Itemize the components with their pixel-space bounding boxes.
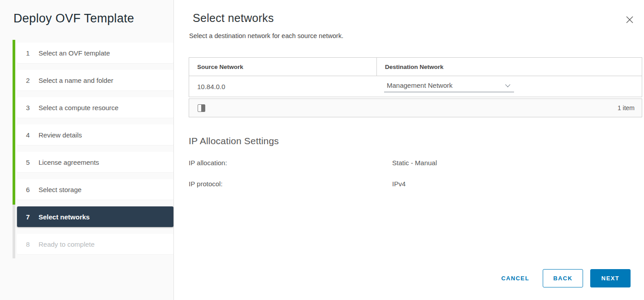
column-header-destination-network: Destination Network [377, 64, 444, 70]
step-number: 2 [26, 77, 32, 84]
wizard-title: Deploy OVF Template [13, 12, 134, 26]
step-license-agreements[interactable]: 5 License agreements [17, 152, 173, 172]
back-button[interactable]: BACK [543, 269, 583, 287]
next-button[interactable]: NEXT [590, 269, 631, 287]
item-count: 1 item [618, 104, 635, 111]
table-footer: 1 item [189, 99, 642, 117]
chevron-down-icon [505, 82, 510, 87]
table-row: 10.84.0.0 Management Network [189, 76, 642, 97]
step-number: 6 [26, 186, 32, 193]
ip-protocol-value: IPv4 [392, 180, 406, 188]
ip-allocation-label: IP allocation: [189, 159, 227, 167]
destination-network-select[interactable]: Management Network [384, 81, 514, 92]
step-select-networks-active[interactable]: 7 Select networks [17, 206, 173, 227]
step-label: Review details [39, 131, 82, 139]
step-label: Select a name and folder [39, 77, 113, 84]
selected-network-value: Management Network [387, 81, 453, 89]
ip-allocation-heading: IP Allocation Settings [189, 136, 279, 146]
step-number: 4 [26, 131, 32, 139]
step-number: 5 [26, 159, 32, 166]
step-number: 8 [26, 240, 32, 248]
column-toggle-icon[interactable] [198, 104, 205, 112]
step-select-compute-resource[interactable]: 3 Select a compute resource [17, 97, 173, 118]
progress-track-completed [13, 40, 15, 205]
step-label: Select networks [39, 213, 90, 221]
step-ready-to-complete: 8 Ready to complete [17, 234, 173, 254]
step-label: License agreements [39, 159, 99, 166]
page-title: Select networks [193, 12, 274, 25]
step-label: Ready to complete [39, 240, 95, 248]
ip-allocation-value: Static - Manual [392, 159, 437, 167]
wizard-button-bar: CANCEL BACK NEXT [495, 269, 631, 287]
source-network-cell: 10.84.0.0 [189, 83, 377, 90]
step-select-ovf-template[interactable]: 1 Select an OVF template [17, 43, 173, 63]
destination-network-cell: Management Network [377, 81, 514, 92]
cancel-button[interactable]: CANCEL [495, 269, 536, 287]
table-header-row: Source Network Destination Network [189, 58, 642, 76]
progress-track-remaining [13, 205, 15, 258]
step-label: Select an OVF template [39, 49, 110, 57]
close-icon[interactable] [624, 14, 635, 25]
step-number: 7 [26, 213, 32, 221]
wizard-steps: 1 Select an OVF template 2 Select a name… [17, 43, 173, 261]
page-subtitle: Select a destination network for each so… [189, 32, 343, 39]
ip-allocation-row: IP allocation: Static - Manual [189, 159, 227, 167]
ip-protocol-row: IP protocol: IPv4 [189, 180, 223, 188]
wizard-sidebar: Deploy OVF Template 1 Select an OVF temp… [0, 0, 174, 300]
network-mapping-table: Source Network Destination Network 10.84… [189, 57, 642, 117]
ip-protocol-label: IP protocol: [189, 180, 223, 188]
step-review-details[interactable]: 4 Review details [17, 124, 173, 145]
step-number: 3 [26, 104, 32, 111]
step-number: 1 [26, 49, 32, 57]
step-label: Select storage [39, 186, 82, 193]
column-header-source-network: Source Network [189, 58, 377, 76]
step-label: Select a compute resource [39, 104, 118, 111]
step-select-name-folder[interactable]: 2 Select a name and folder [17, 70, 173, 90]
step-select-storage[interactable]: 6 Select storage [17, 179, 173, 200]
wizard-content-pane: Select networks Select a destination net… [174, 0, 644, 300]
